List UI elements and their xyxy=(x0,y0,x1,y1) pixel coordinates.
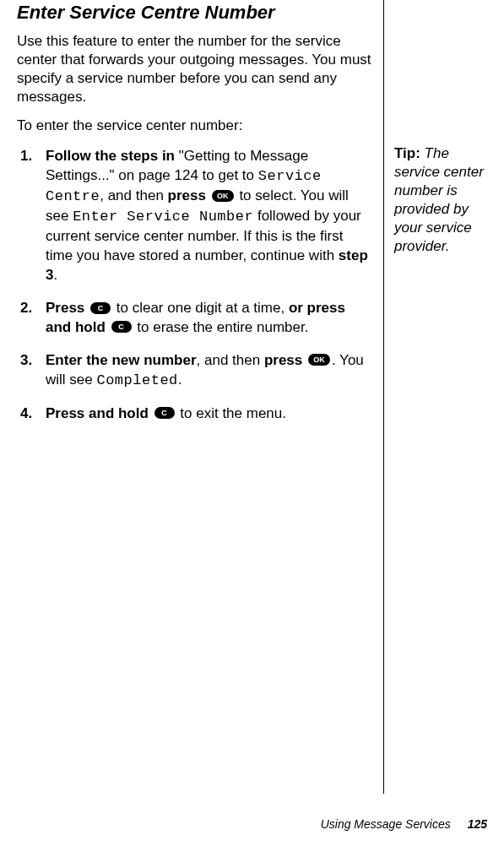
tip-block: Tip: The service center number is provid… xyxy=(394,144,491,257)
step4-text1: to exit the menu. xyxy=(176,405,286,421)
vertical-divider xyxy=(383,0,384,794)
step2-bold-press: Press xyxy=(46,300,89,316)
ok-key-icon: OK xyxy=(308,354,330,366)
step-2: Press C to clear one digit at a time, or… xyxy=(41,299,371,338)
c-key-icon: C xyxy=(90,302,111,314)
page-footer: Using Message Services 125 xyxy=(321,817,487,831)
tip-sidebar: Tip: The service center number is provid… xyxy=(394,144,491,257)
c-key-icon: C xyxy=(111,321,132,333)
step-1: Follow the steps in "Getting to Message … xyxy=(41,147,371,285)
intro-paragraph: Use this feature to enter the number for… xyxy=(17,32,371,106)
step3-text1: , and then xyxy=(197,352,264,368)
step2-text1: to clear one digit at a time, xyxy=(112,300,289,316)
step1-text3: , and then xyxy=(100,187,167,203)
step1-bold1: Follow the steps in xyxy=(46,148,179,164)
main-column: Enter Service Centre Number Use this fea… xyxy=(17,0,371,437)
step-3: Enter the new number, and then press OK.… xyxy=(41,351,371,391)
tip-label: Tip: xyxy=(394,145,425,161)
tip-text: The service center number is provided by… xyxy=(394,145,484,254)
step1-bold-press: press xyxy=(168,187,210,203)
step3-bold-enter: Enter the new number xyxy=(46,352,197,368)
lead-in: To enter the service center number: xyxy=(17,117,371,135)
step3-lcd-completed: Completed xyxy=(96,372,177,388)
step3-bold-press: press xyxy=(264,352,306,368)
page-heading: Enter Service Centre Number xyxy=(17,2,371,24)
step1-text6: . xyxy=(53,267,57,283)
ok-key-icon: OK xyxy=(212,190,234,202)
steps-list: Follow the steps in "Getting to Message … xyxy=(17,147,371,423)
step1-lcd-enter-service-number: Enter Service Number xyxy=(73,209,253,225)
step-4: Press and hold C to exit the menu. xyxy=(41,404,371,424)
step2-text2: to erase the entire number. xyxy=(133,319,309,335)
c-key-icon: C xyxy=(154,407,175,419)
footer-page-number: 125 xyxy=(468,817,487,831)
step3-text3: . xyxy=(178,371,182,388)
footer-section-name: Using Message Services xyxy=(321,817,451,831)
step4-bold-press-hold: Press and hold xyxy=(46,405,153,421)
